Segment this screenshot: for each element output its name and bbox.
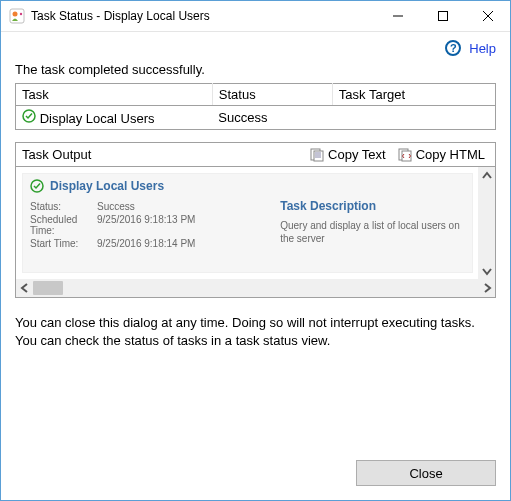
window-title: Task Status - Display Local Users	[31, 9, 210, 23]
scroll-down-icon[interactable]	[478, 262, 495, 279]
start-label: Start Time:	[30, 238, 85, 249]
card-title: Display Local Users	[50, 179, 164, 193]
app-icon	[9, 8, 25, 24]
status-label: Status:	[30, 201, 85, 212]
scroll-up-icon[interactable]	[478, 167, 495, 184]
dialog-window: Task Status - Display Local Users ? Help…	[0, 0, 511, 501]
copy-html-icon	[398, 148, 412, 162]
start-value: 9/25/2016 9:18:14 PM	[97, 238, 195, 249]
status-message: The task completed successfully.	[15, 62, 496, 77]
copy-html-button[interactable]: Copy HTML	[394, 146, 489, 163]
task-table: Task Status Task Target Display Local Us…	[15, 83, 496, 130]
close-button[interactable]: Close	[356, 460, 496, 486]
horizontal-scrollbar[interactable]	[16, 279, 495, 297]
task-output-body: Display Local Users Status: Success Sche…	[16, 167, 495, 297]
help-icon: ?	[445, 40, 461, 56]
table-row[interactable]: Display Local Users Success	[16, 106, 496, 130]
vertical-scrollbar[interactable]	[478, 167, 495, 279]
task-output-panel: Task Output Copy Text Copy HTML Dis	[15, 142, 496, 298]
svg-point-1	[13, 12, 18, 17]
scroll-right-icon[interactable]	[478, 279, 495, 297]
task-output-label: Task Output	[22, 147, 302, 162]
status-value: Success	[97, 201, 135, 212]
scheduled-value: 9/25/2016 9:18:13 PM	[97, 214, 195, 236]
success-icon	[22, 109, 36, 123]
svg-point-2	[20, 13, 22, 15]
copy-text-icon	[310, 148, 324, 162]
maximize-button[interactable]	[420, 1, 465, 31]
cell-target	[332, 106, 495, 130]
description-text: Query and display a list of local users …	[280, 219, 465, 245]
footer-note: You can close this dialog at any time. D…	[15, 314, 496, 349]
scroll-left-icon[interactable]	[16, 279, 33, 297]
col-target[interactable]: Task Target	[332, 84, 495, 106]
horizontal-scroll-thumb[interactable]	[33, 281, 63, 295]
svg-rect-8	[402, 151, 411, 161]
minimize-button[interactable]	[375, 1, 420, 31]
copy-text-button[interactable]: Copy Text	[306, 146, 390, 163]
success-icon	[30, 179, 44, 193]
scheduled-label: Scheduled Time:	[30, 214, 85, 236]
svg-rect-3	[438, 12, 447, 21]
close-window-button[interactable]	[465, 1, 510, 31]
copy-html-label: Copy HTML	[416, 147, 485, 162]
dialog-content: ? Help The task completed successfully. …	[1, 32, 510, 500]
copy-text-label: Copy Text	[328, 147, 386, 162]
help-link[interactable]: Help	[469, 41, 496, 56]
col-task[interactable]: Task	[16, 84, 213, 106]
titlebar: Task Status - Display Local Users	[1, 1, 510, 32]
cell-status: Success	[212, 106, 332, 130]
cell-task: Display Local Users	[40, 111, 155, 126]
col-status[interactable]: Status	[212, 84, 332, 106]
task-output-card: Display Local Users Status: Success Sche…	[22, 173, 473, 273]
table-header-row: Task Status Task Target	[16, 84, 496, 106]
horizontal-scroll-track[interactable]	[33, 279, 478, 297]
vertical-scroll-track[interactable]	[478, 184, 495, 262]
description-title: Task Description	[280, 199, 465, 213]
